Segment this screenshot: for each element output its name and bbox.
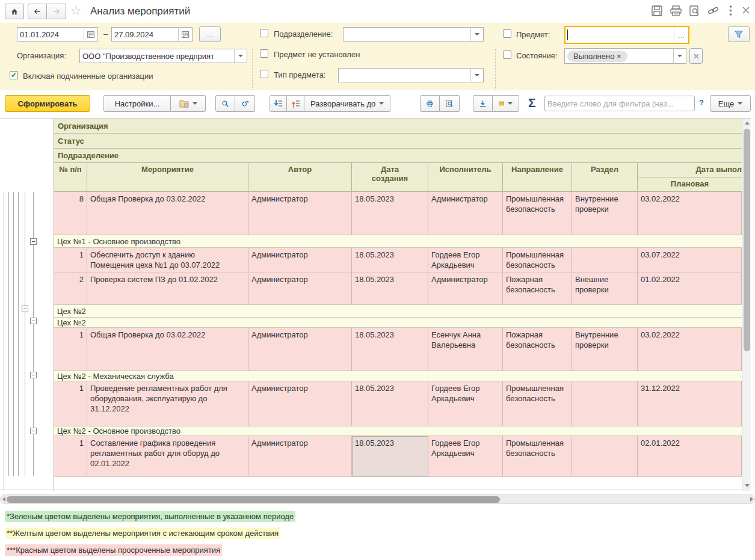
cell-direction[interactable]: Промышленная безопасность xyxy=(503,381,572,426)
cell-event[interactable]: Общая Проверка до 03.02.2022 xyxy=(87,192,248,235)
horizontal-scrollbar-thumb[interactable] xyxy=(7,496,500,503)
state-tag[interactable]: Выполнено × xyxy=(567,51,627,62)
cell-created[interactable]: 18.05.2023 xyxy=(352,248,428,272)
generate-button[interactable]: Сформировать xyxy=(5,95,90,112)
state-checkbox[interactable] xyxy=(503,51,511,59)
preview-icon[interactable] xyxy=(689,5,700,16)
group-row[interactable]: Цех №2 xyxy=(54,317,742,328)
table-row[interactable]: 1Проведение регламентных работ для обору… xyxy=(54,381,742,426)
division-combobox[interactable] xyxy=(343,27,471,42)
subject-type-combobox[interactable] xyxy=(338,68,471,82)
cell-author[interactable]: Администратор xyxy=(248,381,352,426)
column-header[interactable]: № п/п xyxy=(54,163,87,191)
state-field[interactable]: Выполнено × xyxy=(564,48,674,64)
column-header-date-group[interactable]: Дата выполПлановая xyxy=(638,163,742,191)
table-row[interactable]: 1Обеспечить доступ к зданию Помещения це… xyxy=(54,248,742,272)
collapse-group-box[interactable] xyxy=(30,318,37,324)
cell-num[interactable]: 2 xyxy=(54,272,87,304)
column-header[interactable]: Дата создания xyxy=(352,163,428,191)
cell-num[interactable]: 1 xyxy=(54,436,87,476)
more-actions-button[interactable]: Еще xyxy=(710,95,751,112)
cell-executor[interactable]: Гордеев Егор Аркадьевич xyxy=(428,436,503,476)
expand-to-button[interactable]: Разворачивать до xyxy=(304,95,390,112)
cell-planned[interactable]: 01.02.2022 xyxy=(638,272,742,304)
cell-section[interactable] xyxy=(572,248,638,272)
subject-input-text[interactable] xyxy=(565,27,674,43)
cell-section[interactable]: Внутренние проверки xyxy=(572,192,638,235)
subject-input[interactable]: ... xyxy=(564,26,689,44)
cell-direction[interactable]: Промышленная безопасность xyxy=(503,192,572,235)
cell-planned[interactable]: 03.02.2022 xyxy=(638,192,742,235)
report-variants-button[interactable] xyxy=(171,95,206,112)
cell-executor[interactable]: Есенчук Анна Валерьевна xyxy=(428,328,503,371)
cell-direction[interactable]: Промышленная безопасность xyxy=(503,248,572,272)
cell-executor[interactable]: Гордеев Егор Аркадьевич xyxy=(428,381,503,426)
organization-combobox[interactable]: ООО "Производственное предприят xyxy=(79,49,235,63)
subject-checkbox[interactable] xyxy=(503,29,511,38)
column-header[interactable]: Исполнитель xyxy=(428,163,503,191)
header-group-row[interactable]: Подразделение xyxy=(54,149,742,163)
cell-executor[interactable]: Администратор xyxy=(428,272,503,304)
scroll-down-arrow[interactable] xyxy=(745,484,750,487)
scroll-up-arrow[interactable] xyxy=(745,122,750,125)
cell-author[interactable]: Администратор xyxy=(248,328,352,371)
cell-event[interactable]: Проведение регламентных работ для оборуд… xyxy=(87,381,248,426)
cell-author[interactable]: Администратор xyxy=(248,272,352,304)
table-row[interactable]: 1Составление графика проведения регламен… xyxy=(54,436,742,477)
cell-created[interactable]: 18.05.2023 xyxy=(352,272,428,304)
back-button[interactable] xyxy=(28,4,47,19)
home-button[interactable] xyxy=(5,4,24,19)
cell-event[interactable]: Составление графика проведения регламент… xyxy=(87,436,248,476)
cell-author[interactable]: Администратор xyxy=(248,436,352,476)
subject-not-set-checkbox[interactable] xyxy=(260,49,268,58)
cell-planned[interactable]: 03.02.2022 xyxy=(638,328,742,371)
more-menu-icon[interactable] xyxy=(729,5,732,16)
cell-event[interactable]: Проверка систем ПЗ до 01.02.2022 xyxy=(87,272,248,304)
group-row[interactable]: Цех №2 xyxy=(54,304,742,318)
save-icon[interactable] xyxy=(652,5,662,16)
horizontal-scrollbar[interactable] xyxy=(0,494,755,504)
cell-direction[interactable]: Пожарная безопасность xyxy=(503,272,572,304)
search-again-button[interactable] xyxy=(235,95,255,112)
cell-section[interactable] xyxy=(572,436,638,476)
cell-planned[interactable]: 02.01.2022 xyxy=(638,436,742,476)
group-row[interactable]: Цех №1 - Основное производство xyxy=(54,235,742,248)
filter-settings-button[interactable] xyxy=(728,26,750,42)
subject-type-dropdown-button[interactable] xyxy=(470,68,484,82)
cell-num[interactable]: 1 xyxy=(54,381,87,426)
group-row[interactable]: Цех №2 - Основное производство xyxy=(54,426,742,436)
period-more-button[interactable]: ... xyxy=(199,26,221,42)
print-preview-button[interactable] xyxy=(440,95,460,112)
cell-section[interactable] xyxy=(572,381,638,426)
scroll-left-arrow[interactable] xyxy=(2,497,5,502)
date-to-input[interactable]: 27.09.2024 xyxy=(111,27,179,42)
expand-groups-button[interactable] xyxy=(270,95,287,112)
header-group-row[interactable]: Статус xyxy=(54,134,742,149)
column-header[interactable]: Мероприятие xyxy=(87,163,248,191)
scroll-right-arrow[interactable] xyxy=(750,497,753,502)
date-from-input[interactable]: 01.01.2024 xyxy=(17,27,84,42)
cell-direction[interactable]: Пожарная безопасность xyxy=(503,328,572,371)
cell-created[interactable]: 18.05.2023 xyxy=(352,328,428,371)
collapse-group-box[interactable] xyxy=(30,372,37,378)
include-subordinate-checkbox[interactable]: ✔ xyxy=(10,71,18,79)
organization-dropdown-button[interactable] xyxy=(234,49,247,63)
cell-num[interactable]: 1 xyxy=(54,248,87,272)
cell-section[interactable]: Внутренние проверки xyxy=(572,328,638,371)
cell-section[interactable]: Внешние проверки xyxy=(572,272,638,304)
collapse-groups-button[interactable] xyxy=(287,95,304,112)
column-header[interactable]: Автор xyxy=(248,163,352,191)
division-dropdown-button[interactable] xyxy=(470,27,484,42)
group-row[interactable]: Цех №2 - Механическая служба xyxy=(54,371,742,381)
cell-num[interactable]: 1 xyxy=(54,328,87,371)
state-clear-button[interactable] xyxy=(689,48,703,64)
forward-button[interactable] xyxy=(47,4,66,19)
search-button[interactable] xyxy=(215,95,235,112)
quick-filter-input[interactable]: Введите слово для фильтра (наз... xyxy=(544,96,695,111)
subject-more-button[interactable]: ... xyxy=(674,27,688,43)
cell-num[interactable]: 8 xyxy=(54,192,87,235)
cell-author[interactable]: Администратор xyxy=(248,192,352,235)
link-icon[interactable] xyxy=(707,5,719,16)
cell-executor[interactable]: Администратор xyxy=(428,192,503,235)
vertical-scrollbar[interactable] xyxy=(742,118,751,491)
